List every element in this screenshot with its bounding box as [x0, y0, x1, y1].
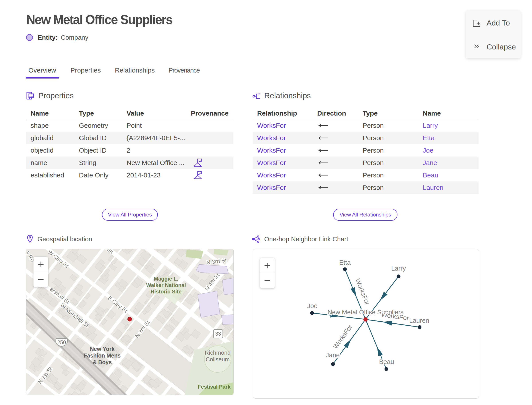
- svg-text:Fashion Mens: Fashion Mens: [84, 352, 121, 359]
- svg-text:Festival Park: Festival Park: [198, 384, 231, 390]
- svg-text:Beau: Beau: [379, 358, 394, 365]
- svg-text:Coliseum: Coliseum: [206, 356, 230, 363]
- svg-text:Lauren: Lauren: [409, 317, 429, 324]
- svg-text:Maggie L.: Maggie L.: [154, 276, 179, 282]
- svg-text:Jane: Jane: [326, 351, 340, 359]
- svg-text:& Boys: & Boys: [93, 359, 112, 365]
- svg-text:250: 250: [57, 340, 66, 345]
- svg-text:Joe: Joe: [307, 302, 318, 309]
- svg-text:33: 33: [215, 331, 221, 337]
- svg-text:New York: New York: [90, 346, 115, 352]
- svg-text:WorksFor: WorksFor: [332, 323, 354, 350]
- svg-text:WorksFor: WorksFor: [354, 277, 371, 306]
- svg-text:Historic Site: Historic Site: [151, 289, 181, 295]
- svg-text:Richmond: Richmond: [205, 349, 231, 356]
- svg-text:Larry: Larry: [391, 265, 406, 272]
- svg-text:Walker National: Walker National: [146, 282, 186, 288]
- svg-text:Etta: Etta: [339, 259, 351, 266]
